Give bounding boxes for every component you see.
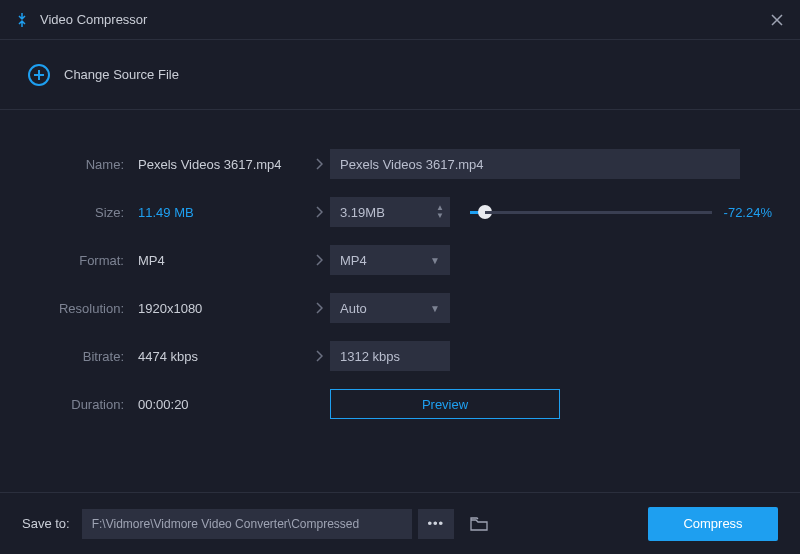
- preview-button[interactable]: Preview: [330, 389, 560, 419]
- original-resolution: 1920x1080: [138, 301, 308, 316]
- chevron-down-icon: ▼: [430, 303, 440, 314]
- format-selected: MP4: [340, 253, 367, 268]
- target-size-value: 3.19MB: [340, 205, 385, 220]
- original-bitrate: 4474 kbps: [138, 349, 308, 364]
- slider-thumb[interactable]: [478, 205, 492, 219]
- compress-icon: [14, 12, 30, 28]
- chevron-right-icon: [308, 254, 330, 266]
- target-size-spinner[interactable]: 3.19MB ▲ ▼: [330, 197, 450, 227]
- change-source-row[interactable]: Change Source File: [0, 40, 800, 110]
- original-name: Pexels Videos 3617.mp4: [138, 157, 308, 172]
- chevron-right-icon: [308, 302, 330, 314]
- row-format: Format: MP4 MP4 ▼: [28, 236, 772, 284]
- resolution-dropdown[interactable]: Auto ▼: [330, 293, 450, 323]
- close-icon[interactable]: [768, 11, 786, 29]
- compress-button[interactable]: Compress: [648, 507, 778, 541]
- original-format: MP4: [138, 253, 308, 268]
- window-title: Video Compressor: [40, 12, 768, 27]
- original-duration: 00:00:20: [138, 397, 308, 412]
- compress-label: Compress: [683, 516, 742, 531]
- row-size: Size: 11.49 MB 3.19MB ▲ ▼ -72.24%: [28, 188, 772, 236]
- save-to-label: Save to:: [22, 516, 70, 531]
- size-slider[interactable]: [470, 211, 712, 214]
- plus-circle-icon[interactable]: [28, 64, 50, 86]
- chevron-right-icon: [308, 350, 330, 362]
- chevron-right-icon: [308, 158, 330, 170]
- target-bitrate-field: [330, 341, 450, 371]
- save-path-field[interactable]: F:\Vidmore\Vidmore Video Converter\Compr…: [82, 509, 412, 539]
- format-dropdown[interactable]: MP4 ▼: [330, 245, 450, 275]
- row-bitrate: Bitrate: 4474 kbps: [28, 332, 772, 380]
- titlebar: Video Compressor: [0, 0, 800, 40]
- path-more-button[interactable]: •••: [418, 509, 454, 539]
- label-name: Name:: [28, 157, 138, 172]
- target-name-input[interactable]: [330, 149, 740, 179]
- spinner-down-icon[interactable]: ▼: [436, 212, 444, 220]
- label-bitrate: Bitrate:: [28, 349, 138, 364]
- row-resolution: Resolution: 1920x1080 Auto ▼: [28, 284, 772, 332]
- resolution-selected: Auto: [340, 301, 367, 316]
- save-path-text: F:\Vidmore\Vidmore Video Converter\Compr…: [92, 517, 359, 531]
- original-size: 11.49 MB: [138, 205, 308, 220]
- open-folder-icon[interactable]: [464, 509, 494, 539]
- reduction-percent: -72.24%: [724, 205, 772, 220]
- label-duration: Duration:: [28, 397, 138, 412]
- row-name: Name: Pexels Videos 3617.mp4: [28, 140, 772, 188]
- preview-label: Preview: [422, 397, 468, 412]
- label-resolution: Resolution:: [28, 301, 138, 316]
- change-source-label: Change Source File: [64, 67, 179, 82]
- label-size: Size:: [28, 205, 138, 220]
- settings-form: Name: Pexels Videos 3617.mp4 Size: 11.49…: [0, 110, 800, 438]
- footer: Save to: F:\Vidmore\Vidmore Video Conver…: [0, 492, 800, 554]
- chevron-down-icon: ▼: [430, 255, 440, 266]
- label-format: Format:: [28, 253, 138, 268]
- chevron-right-icon: [308, 206, 330, 218]
- row-duration: Duration: 00:00:20 Preview: [28, 380, 772, 428]
